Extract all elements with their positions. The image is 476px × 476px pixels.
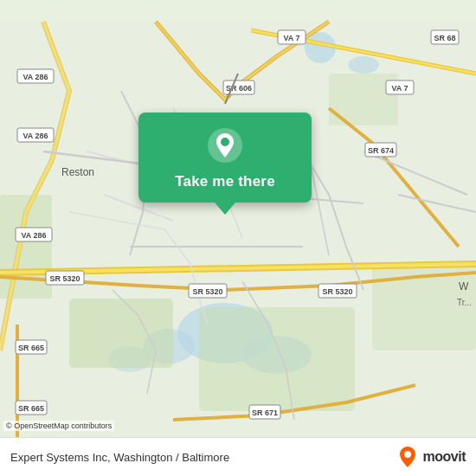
- svg-text:SR 5320: SR 5320: [322, 287, 352, 296]
- popup-card: Take me there: [138, 113, 312, 203]
- svg-text:VA 7: VA 7: [391, 84, 408, 93]
- svg-text:SR 671: SR 671: [252, 408, 278, 417]
- svg-text:VA 286: VA 286: [23, 132, 48, 140]
- bottom-info-left: Expert Systems Inc, Washington / Baltimo…: [10, 451, 229, 464]
- svg-point-58: [221, 138, 229, 146]
- svg-text:SR 5320: SR 5320: [192, 287, 222, 296]
- svg-text:VA 286: VA 286: [21, 231, 46, 240]
- svg-text:Tr...: Tr...: [457, 298, 472, 307]
- info-bar: Expert Systems Inc, Washington / Baltimo…: [0, 437, 476, 476]
- svg-rect-7: [69, 299, 173, 368]
- moovit-logo: moovit: [396, 445, 466, 469]
- svg-text:SR 665: SR 665: [18, 404, 44, 413]
- moovit-text: moovit: [423, 449, 466, 465]
- map-container: VA 7 VA 7 SR 68 VA 286 VA 286 VA 286 SR …: [0, 0, 476, 476]
- svg-rect-8: [199, 307, 355, 411]
- svg-text:SR 5320: SR 5320: [49, 274, 80, 283]
- place-name: Expert Systems Inc, Washington / Baltimo…: [10, 451, 229, 464]
- take-me-there-button[interactable]: Take me there: [175, 173, 275, 190]
- location-pin-icon: [206, 126, 244, 164]
- svg-text:SR 665: SR 665: [18, 344, 44, 352]
- svg-text:SR 674: SR 674: [368, 146, 394, 155]
- svg-point-59: [404, 451, 411, 458]
- svg-text:VA 7: VA 7: [283, 34, 299, 42]
- svg-text:VA 286: VA 286: [23, 73, 48, 81]
- svg-text:W: W: [459, 280, 469, 293]
- svg-text:Reston: Reston: [61, 166, 94, 178]
- svg-point-6: [348, 56, 379, 74]
- moovit-icon: [396, 445, 420, 469]
- svg-text:SR 68: SR 68: [434, 34, 455, 42]
- osm-attribution: © OpenStreetMap contributors: [3, 421, 114, 431]
